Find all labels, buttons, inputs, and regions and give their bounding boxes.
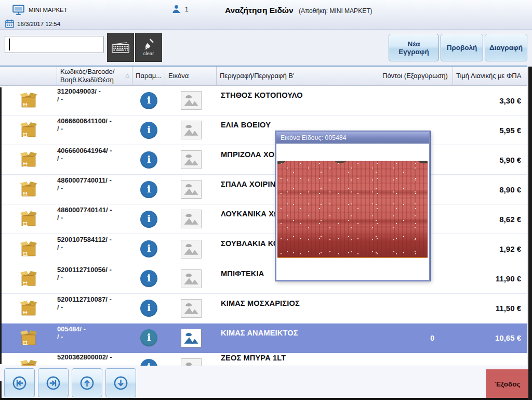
first-record-icon bbox=[12, 376, 26, 390]
popup-title: Εικόνα Είδους: 005484 bbox=[276, 132, 429, 144]
item-image-icon[interactable] bbox=[181, 329, 202, 347]
table-row[interactable]: 3120049003/ - / - ΣΤΗΘΟΣ ΚΟΤΟΠΟΥΛΟ 3,30 … bbox=[0, 86, 527, 115]
search-input[interactable] bbox=[5, 36, 104, 53]
delete-button[interactable]: Διαγραφή bbox=[485, 34, 527, 61]
item-image-icon[interactable] bbox=[181, 210, 202, 228]
photo-placeholder-icon bbox=[183, 272, 199, 286]
table-row[interactable]: 4860007740011/ - / - ΣΠΑΛΑ ΧΟΙΡΙΝ 8,90 € bbox=[0, 175, 527, 204]
item-price: 5,90 € bbox=[499, 156, 521, 164]
item-code-extra: / - bbox=[57, 333, 132, 341]
item-code-extra: / - bbox=[57, 274, 132, 282]
item-code: 5200107584112/ - bbox=[57, 236, 132, 244]
clear-button-label: clear bbox=[143, 50, 154, 56]
table-row[interactable]: 5200107584112/ - / - ΣΟΥΒΛΑΚΙΑ ΚΟ 1,92 € bbox=[0, 234, 527, 264]
item-points: 0 bbox=[430, 334, 434, 342]
photo-placeholder-icon bbox=[183, 361, 199, 366]
item-price: 3,30 € bbox=[499, 96, 521, 105]
virtual-keyboard-button[interactable] bbox=[107, 33, 134, 62]
datetime-indicator: 16/3/2017 12:54 bbox=[5, 19, 60, 28]
table-row[interactable]: 5200362800002/ - ΖΕΟΣ ΜΠΥΡΑ 1LT bbox=[0, 353, 527, 366]
item-description: ΛΟΥΚΑΝΙΚΑ ΧΩ bbox=[221, 210, 280, 218]
header-icon-column bbox=[0, 67, 57, 86]
page-title-text: Αναζήτηση Ειδών bbox=[225, 6, 294, 15]
item-code-extra: / - bbox=[57, 214, 132, 222]
screen-edge-left bbox=[0, 87, 2, 364]
header-code-column[interactable]: Κωδικός/Barcode/ Βοηθ.Κλειδί/Θέση bbox=[57, 67, 132, 86]
item-code-extra: / - bbox=[57, 96, 132, 104]
item-image-icon[interactable] bbox=[181, 180, 202, 199]
item-image-icon[interactable] bbox=[181, 299, 202, 318]
photo-placeholder-icon bbox=[183, 153, 199, 166]
header-description-column[interactable]: Περιγραφή/Περιγραφή Β' bbox=[217, 67, 379, 86]
photo-placeholder-icon bbox=[183, 302, 199, 315]
info-icon[interactable] bbox=[140, 240, 157, 257]
item-image-icon[interactable] bbox=[181, 121, 202, 139]
info-icon[interactable] bbox=[140, 329, 157, 346]
package-icon bbox=[19, 240, 38, 259]
info-icon[interactable] bbox=[140, 300, 157, 317]
info-icon[interactable] bbox=[140, 211, 157, 228]
header-image-column[interactable]: Εικόνα bbox=[165, 67, 217, 86]
package-icon bbox=[19, 358, 38, 366]
info-icon[interactable] bbox=[140, 122, 157, 139]
arrow-down-icon bbox=[114, 376, 128, 390]
package-icon bbox=[19, 150, 38, 169]
table-row[interactable]: 5200112710087/ - / - ΚΙΜΑΣ ΜΟΣΧΑΡΙΣΙΟΣ 1… bbox=[0, 294, 527, 324]
info-icon[interactable] bbox=[140, 151, 157, 169]
item-price: 8,62 € bbox=[499, 215, 521, 224]
item-image-icon[interactable] bbox=[181, 240, 202, 259]
package-icon bbox=[19, 121, 38, 139]
photo-placeholder-icon bbox=[183, 183, 199, 196]
view-button[interactable]: Προβολή bbox=[441, 34, 483, 61]
calendar-icon bbox=[5, 19, 14, 28]
header-params-column[interactable]: Παραμ... bbox=[132, 67, 165, 86]
item-image-icon[interactable] bbox=[181, 269, 202, 288]
item-image-icon[interactable] bbox=[181, 358, 202, 366]
screen-edge-right bbox=[528, 67, 532, 400]
last-record-button[interactable] bbox=[38, 368, 69, 397]
info-icon[interactable] bbox=[140, 181, 157, 198]
item-price: 1,92 € bbox=[499, 244, 521, 253]
item-image-icon[interactable] bbox=[181, 91, 202, 110]
package-icon bbox=[19, 210, 38, 228]
previous-record-button[interactable] bbox=[72, 368, 102, 397]
info-icon[interactable] bbox=[140, 270, 157, 287]
table-row[interactable]: 4860007740141/ - / - ΛΟΥΚΑΝΙΚΑ ΧΩ 8,62 € bbox=[0, 204, 527, 234]
user-indicator: 1 bbox=[171, 4, 189, 14]
item-code-extra: / - bbox=[57, 125, 132, 133]
first-record-button[interactable] bbox=[4, 368, 35, 397]
arrow-up-icon bbox=[80, 376, 94, 390]
table-body: 3120049003/ - / - ΣΤΗΘΟΣ ΚΟΤΟΠΟΥΛΟ 3,30 … bbox=[0, 86, 527, 366]
table-row[interactable]: 5200112710056/ - / - ΜΠΙΦΤΕΚΙΑ 11,90 € bbox=[0, 264, 527, 294]
item-price: 11,90 € bbox=[496, 274, 521, 283]
table-row[interactable]: 4066600641964/ - / - ΜΠΡΙΖΟΛΑ ΧΟΙ 5,90 € bbox=[0, 145, 527, 175]
popup-body bbox=[276, 144, 429, 279]
new-record-button[interactable]: Νέα Εγγραφή bbox=[389, 34, 439, 61]
header-price-column[interactable]: Τιμή Λιανικής με ΦΠΑ bbox=[453, 67, 527, 86]
datetime-text: 16/3/2017 12:54 bbox=[17, 21, 60, 27]
item-code-extra: / - bbox=[57, 155, 132, 163]
table-row[interactable]: 005484/ - / - ΚΙΜΑΣ ΑΝΑΜΕΙΚΤΟΣ 0 10,65 € bbox=[0, 324, 527, 353]
table-row[interactable]: 4066600641100/ - / - ΕΛΙΑ ΒΟΕΙΟΥ 5,95 € bbox=[0, 115, 527, 145]
user-count: 1 bbox=[185, 6, 189, 13]
keyboard-icon bbox=[112, 41, 129, 54]
screen-edge-bottom bbox=[0, 398, 532, 400]
exit-button[interactable]: Έξοδος bbox=[486, 369, 529, 399]
item-description: ΜΠΙΦΤΕΚΙΑ bbox=[221, 269, 264, 278]
item-price: 11,50 € bbox=[496, 304, 521, 313]
warehouse-label: (Αποθήκη: MINI MAPKET) bbox=[299, 7, 372, 15]
item-code: 3120049003/ - bbox=[57, 88, 132, 96]
photo-placeholder-icon bbox=[183, 212, 199, 226]
item-image-icon[interactable] bbox=[181, 150, 202, 169]
item-code-extra: / - bbox=[57, 304, 132, 312]
item-price: 8,90 € bbox=[499, 185, 521, 194]
item-price: 5,95 € bbox=[499, 126, 521, 135]
item-description: ΖΕΟΣ ΜΠΥΡΑ 1LT bbox=[221, 354, 286, 362]
info-icon[interactable] bbox=[140, 359, 157, 366]
item-code: 5200112710087/ - bbox=[57, 296, 132, 304]
info-icon[interactable] bbox=[140, 92, 157, 109]
clear-search-button[interactable]: clear bbox=[135, 33, 162, 62]
next-record-button[interactable] bbox=[105, 368, 136, 397]
header-points-column[interactable]: Πόντοι (Εξαργύρωση) bbox=[379, 67, 453, 86]
item-description: ΣΤΗΘΟΣ ΚΟΤΟΠΟΥΛΟ bbox=[221, 91, 303, 99]
